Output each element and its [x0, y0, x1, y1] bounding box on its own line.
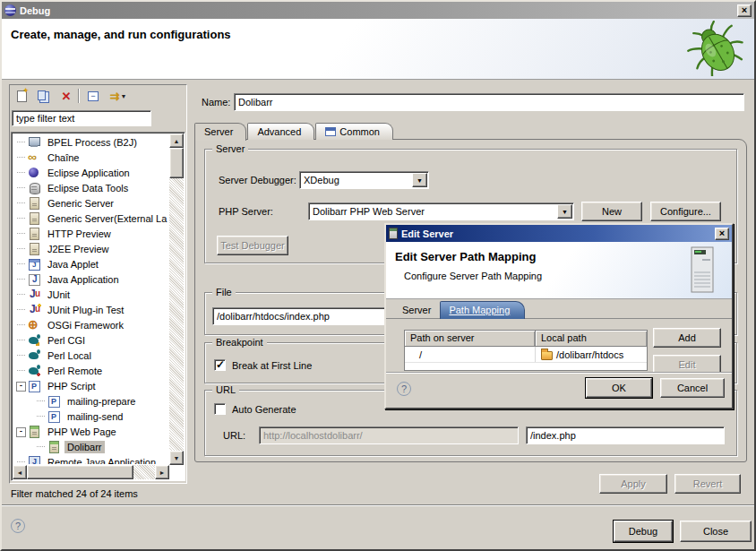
local-path-cell: /dolibarr/htdocs [536, 349, 623, 360]
tree-horizontal-scrollbar[interactable]: ◄ ► [13, 465, 169, 479]
column-header-local-path[interactable]: Local path [536, 331, 647, 347]
server-debugger-select[interactable]: XDebug ▼ [299, 171, 429, 189]
new-launch-config-button[interactable] [12, 87, 31, 105]
tree-expander[interactable] [35, 409, 47, 423]
tree-item-icon [27, 181, 42, 194]
tree-item[interactable]: Chaîne [13, 150, 168, 165]
tree-expander[interactable] [15, 288, 27, 301]
tree-expander[interactable] [15, 333, 27, 347]
add-mapping-button[interactable]: Add [653, 328, 721, 348]
tree-item[interactable]: mailing-prepare [13, 393, 168, 409]
tree-expander[interactable] [15, 349, 27, 362]
scroll-right-icon[interactable]: ► [155, 465, 169, 479]
scroll-down-icon[interactable]: ▼ [169, 451, 184, 465]
tree-expander[interactable] [15, 257, 27, 271]
dialog-title: Edit Server [401, 228, 453, 239]
tree-item[interactable]: Remote Java Application [13, 454, 168, 464]
tree-item[interactable]: Java Applet [13, 256, 168, 271]
tree-expander[interactable] [15, 303, 27, 316]
tree-item[interactable]: Eclipse Application [13, 165, 168, 180]
collapse-all-button[interactable]: − [83, 87, 103, 105]
filter-button[interactable]: ⇉▼ [105, 87, 132, 105]
name-input[interactable] [234, 93, 744, 111]
close-icon[interactable]: × [737, 4, 752, 17]
php-server-select[interactable]: Dolibarr PHP Web Server ▼ [308, 202, 574, 220]
tree-item[interactable]: OSGi Framework [13, 317, 168, 332]
tree-expander[interactable] [15, 181, 27, 194]
tree-expander[interactable] [15, 318, 27, 331]
tree-expander[interactable] [15, 166, 27, 179]
tree-item[interactable]: PHP Script [13, 378, 168, 393]
scroll-up-icon[interactable]: ▲ [169, 133, 184, 148]
new-server-button[interactable]: New [581, 202, 642, 221]
tree-item[interactable]: BPEL Process (B2J) [13, 134, 168, 150]
tree-item-label: PHP Script [45, 380, 99, 392]
tree-item[interactable]: Generic Server(External La [13, 211, 168, 226]
tree-item[interactable]: Perl CGI [13, 332, 168, 348]
scroll-left-icon[interactable]: ◄ [13, 465, 27, 479]
tree-expander[interactable] [15, 151, 27, 164]
tree-expander[interactable] [35, 394, 47, 408]
tree-item-label: HTTP Preview [45, 228, 114, 240]
tree-expander[interactable] [15, 455, 27, 464]
column-header-path-on-server[interactable]: Path on server [405, 331, 536, 347]
tree-item[interactable]: mailing-send [13, 409, 168, 424]
dialog-close-icon[interactable]: × [715, 228, 729, 240]
tree-expander[interactable] [15, 425, 27, 438]
php-server-label: PHP Server: [219, 206, 273, 217]
tree-expander[interactable] [15, 135, 27, 149]
tree-expander[interactable] [15, 272, 27, 286]
tree-vertical-scrollbar[interactable]: ▲ ▼ [169, 133, 184, 465]
configure-server-button[interactable]: Configure... [650, 202, 721, 221]
tree-item[interactable]: Perl Remote [13, 363, 168, 378]
file-group-legend: File [212, 287, 236, 297]
auto-generate-checkbox[interactable] [214, 403, 226, 415]
tab-common[interactable]: Common [315, 123, 393, 140]
tree-item[interactable]: Perl Local [13, 348, 168, 363]
vertical-scroll-thumb[interactable] [169, 148, 184, 178]
table-header-row: Path on server Local path [405, 331, 647, 347]
tree-item[interactable]: J2EE Preview [13, 241, 168, 256]
filter-input[interactable] [12, 110, 151, 126]
dialog-tab-path-mapping[interactable]: Path Mapping [440, 301, 525, 319]
tree-item[interactable]: Dolibarr [13, 439, 168, 454]
tree-expander[interactable] [15, 211, 27, 225]
tree-expander[interactable] [15, 227, 27, 240]
debug-button[interactable]: Debug [614, 521, 673, 542]
delete-config-button[interactable]: ✕ [56, 87, 76, 105]
dialog-help-icon[interactable]: ? [397, 382, 411, 396]
tree-item-label: Java Applet [45, 258, 101, 271]
ok-button[interactable]: OK [586, 378, 652, 398]
breakpoint-group-legend: Breakpoint [212, 337, 267, 348]
tab-advanced[interactable]: Advanced [247, 123, 314, 140]
tree-item[interactable]: Generic Server [13, 195, 168, 211]
tree-expander[interactable] [15, 196, 27, 210]
name-label: Name: [202, 97, 230, 108]
tree-item[interactable]: PHP Web Page [13, 424, 168, 439]
combo-arrow-icon[interactable]: ▼ [557, 204, 572, 219]
tree-expander[interactable] [15, 379, 27, 392]
cancel-button[interactable]: Cancel [660, 378, 725, 398]
tab-advanced-label: Advanced [257, 126, 301, 137]
close-button[interactable]: Close [680, 521, 752, 542]
tree-item[interactable]: JUnit Plug-in Test [13, 302, 168, 317]
table-row[interactable]: / /dolibarr/htdocs [405, 347, 647, 363]
help-icon[interactable]: ? [11, 519, 25, 533]
combo-arrow-icon[interactable]: ▼ [412, 173, 427, 187]
tree-item[interactable]: JUnit [13, 287, 168, 302]
tree-expander[interactable] [15, 364, 27, 377]
tree-item[interactable]: Java Application [13, 271, 168, 287]
tree-expander[interactable] [15, 242, 27, 255]
break-first-line-checkbox[interactable] [214, 359, 226, 371]
table-icon [325, 127, 336, 136]
tree-item-icon [27, 196, 42, 210]
url-path-input[interactable] [526, 426, 725, 444]
tree-expander[interactable] [35, 440, 47, 453]
tree-item[interactable]: Eclipse Data Tools [13, 180, 168, 195]
dialog-tab-server[interactable]: Server [393, 302, 440, 318]
duplicate-config-button[interactable] [33, 87, 53, 105]
horizontal-scroll-thumb[interactable] [27, 465, 133, 479]
tab-server[interactable]: Server [194, 123, 246, 141]
tree-item-icon [27, 242, 42, 255]
tree-item[interactable]: HTTP Preview [13, 226, 168, 241]
